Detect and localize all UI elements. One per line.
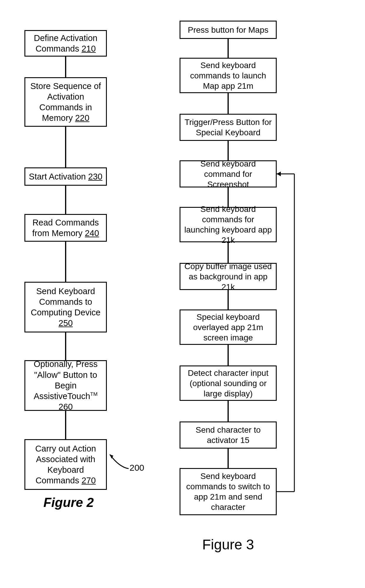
fig2-step-260-text: Optionally, Press "Allow" Button to Begi… bbox=[29, 359, 102, 412]
fig2-conn-5 bbox=[65, 332, 66, 360]
fig2-step-240-text: Read Commands from Memory 240 bbox=[29, 217, 102, 239]
fig2-conn-1 bbox=[65, 57, 66, 77]
fig2-step-220-text: Store Sequence of Activation Commands in… bbox=[29, 81, 102, 123]
fig2-step-210-text: Define Activation Commands 210 bbox=[29, 33, 102, 54]
fig2-callout-200: 200 bbox=[130, 463, 144, 473]
fig2-step-270: Carry out Action Associated with Keyboar… bbox=[24, 439, 107, 490]
fig3-step-10-text: Send keyboard commands to switch to app … bbox=[184, 471, 272, 512]
fig3-conn-9 bbox=[228, 449, 229, 468]
fig3-step-2-text: Send keyboard commands to launch Map app… bbox=[184, 60, 272, 91]
fig3-conn-7 bbox=[228, 345, 229, 365]
svg-marker-4 bbox=[277, 172, 281, 176]
fig2-conn-4 bbox=[65, 242, 66, 282]
fig2-caption: Figure 2 bbox=[24, 495, 113, 510]
fig2-step-210: Define Activation Commands 210 bbox=[24, 30, 107, 57]
fig2-step-220: Store Sequence of Activation Commands in… bbox=[24, 77, 107, 127]
fig3-conn-8 bbox=[228, 401, 229, 421]
fig3-step-5: Send keyboard commands for launching key… bbox=[180, 207, 277, 242]
fig3-step-6-text: Copy buffer image used as background in … bbox=[184, 261, 272, 292]
fig3-step-3: Trigger/Press Button for Special Keyboar… bbox=[180, 114, 277, 141]
fig2-step-230: Start Activation 230 bbox=[24, 167, 107, 186]
fig2-conn-3 bbox=[65, 186, 66, 214]
fig3-step-10: Send keyboard commands to switch to app … bbox=[180, 468, 277, 515]
fig3-step-4-text: Send keyboard command for Screenshot bbox=[184, 159, 272, 190]
fig3-step-2: Send keyboard commands to launch Map app… bbox=[180, 58, 277, 93]
fig3-step-3-text: Trigger/Press Button for Special Keyboar… bbox=[184, 117, 272, 138]
fig3-step-8-text: Detect character input (optional soundin… bbox=[184, 368, 272, 399]
fig3-conn-5 bbox=[228, 242, 229, 263]
fig3-step-5-text: Send keyboard commands for launching key… bbox=[184, 204, 272, 245]
fig3-conn-1 bbox=[228, 39, 229, 58]
fig2-conn-2 bbox=[65, 127, 66, 167]
fig3-step-1: Press button for Maps bbox=[180, 21, 277, 39]
fig3-step-6: Copy buffer image used as background in … bbox=[180, 263, 277, 290]
fig2-step-260: Optionally, Press "Allow" Button to Begi… bbox=[24, 360, 107, 411]
fig3-step-1-text: Press button for Maps bbox=[188, 25, 268, 35]
fig2-step-240: Read Commands from Memory 240 bbox=[24, 214, 107, 242]
fig2-step-270-text: Carry out Action Associated with Keyboar… bbox=[29, 443, 102, 486]
fig3-conn-2 bbox=[228, 93, 229, 114]
fig3-step-7-text: Special keyboard overlayed app 21m scree… bbox=[184, 312, 272, 343]
fig3-step-7: Special keyboard overlayed app 21m scree… bbox=[180, 309, 277, 345]
fig3-loop bbox=[277, 165, 303, 495]
fig2-step-250: Send Keyboard Commands to Computing Devi… bbox=[24, 282, 107, 332]
fig2-step-250-text: Send Keyboard Commands to Computing Devi… bbox=[29, 286, 102, 329]
fig2-conn-6 bbox=[65, 411, 66, 439]
fig3-caption: Figure 3 bbox=[180, 536, 277, 553]
fig2-step-230-text: Start Activation 230 bbox=[29, 171, 102, 182]
fig3-step-4: Send keyboard command for Screenshot bbox=[180, 160, 277, 187]
fig3-conn-4 bbox=[228, 187, 229, 207]
fig3-step-9: Send character to activator 15 bbox=[180, 421, 277, 449]
fig3-step-9-text: Send character to activator 15 bbox=[184, 425, 272, 445]
fig3-conn-3 bbox=[228, 141, 229, 160]
fig3-step-8: Detect character input (optional soundin… bbox=[180, 365, 277, 401]
fig3-conn-6 bbox=[228, 290, 229, 309]
